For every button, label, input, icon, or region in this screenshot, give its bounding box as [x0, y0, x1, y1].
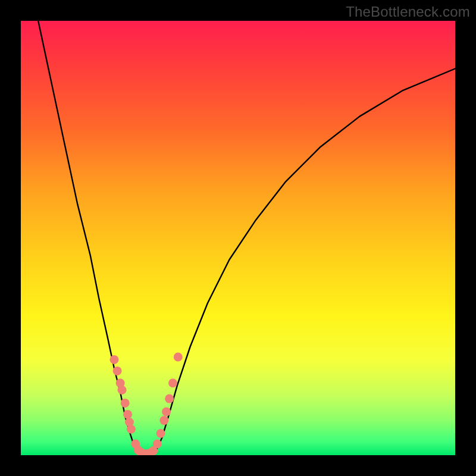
chart-frame: TheBottleneck.com — [0, 0, 476, 476]
data-marker — [123, 410, 132, 419]
plot-area — [21, 21, 455, 455]
data-marker — [153, 440, 162, 449]
data-marker — [118, 386, 127, 394]
bottleneck-curve — [38, 21, 455, 455]
data-marker — [113, 367, 122, 375]
attribution-label: TheBottleneck.com — [346, 4, 470, 20]
data-marker — [174, 353, 183, 362]
data-marker — [165, 394, 174, 403]
data-marker — [127, 425, 136, 434]
data-marker — [109, 355, 118, 364]
curve-group — [38, 21, 455, 455]
data-marker — [168, 378, 177, 387]
data-marker — [162, 408, 171, 416]
data-marker — [121, 399, 130, 408]
data-marker — [159, 416, 168, 425]
data-marker — [156, 429, 165, 438]
curve-svg — [21, 21, 455, 455]
